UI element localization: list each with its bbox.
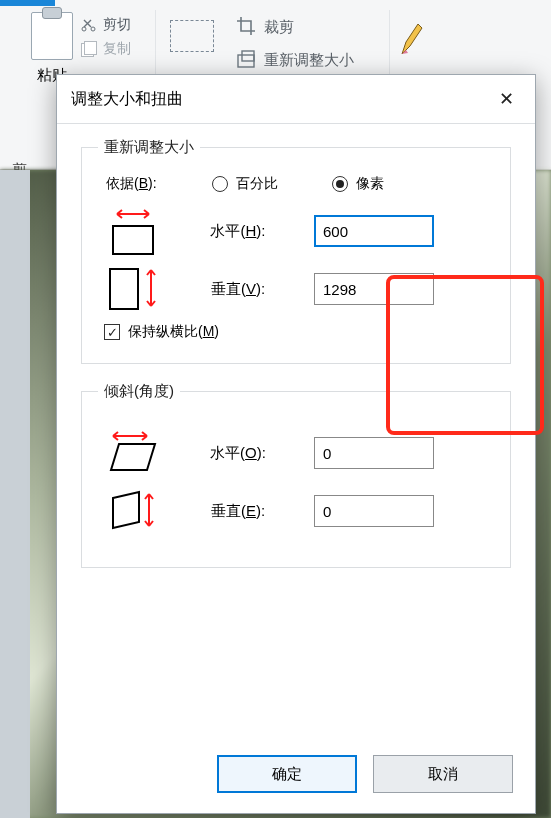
skew-horizontal-input[interactable] (314, 437, 434, 469)
crop-label: 裁剪 (264, 18, 294, 37)
svg-point-1 (91, 27, 95, 31)
ribbon-active-tab-indicator (0, 0, 55, 6)
crop-icon (236, 16, 256, 39)
keep-aspect-checkbox[interactable] (104, 324, 120, 340)
skew-horizontal-illustration (104, 430, 162, 477)
radio-circle-icon (212, 176, 228, 192)
canvas-edge (0, 170, 30, 818)
cancel-button[interactable]: 取消 (373, 755, 513, 793)
radio-pixels[interactable]: 像素 (332, 175, 384, 193)
h-arrow-icon (114, 207, 152, 223)
radio-pixels-label: 像素 (356, 175, 384, 193)
resize-label: 重新调整大小 (264, 51, 354, 70)
dialog-title: 调整大小和扭曲 (71, 89, 183, 110)
resize-button[interactable]: 重新调整大小 (236, 49, 354, 72)
resize-skew-dialog: 调整大小和扭曲 ✕ 重新调整大小 依据(B): 百分比 像素 (56, 74, 536, 814)
resize-vertical-label: 垂直(V): (178, 280, 298, 299)
basis-label: 依据(B): (106, 175, 188, 193)
svg-rect-3 (242, 51, 254, 61)
crop-button[interactable]: 裁剪 (236, 16, 354, 39)
cut-button[interactable]: 剪切 (81, 16, 131, 34)
keep-aspect-label: 保持纵横比(M) (128, 323, 219, 341)
resize-horizontal-input[interactable] (314, 215, 434, 247)
copy-button[interactable]: 复制 (81, 40, 131, 58)
svg-point-0 (82, 27, 86, 31)
resize-icon (236, 49, 256, 72)
clipboard-icon (31, 12, 73, 60)
resize-horizontal-label: 水平(H): (178, 222, 298, 241)
skew-horizontal-label: 水平(O): (178, 444, 298, 463)
dialog-titlebar[interactable]: 调整大小和扭曲 ✕ (57, 75, 535, 123)
close-icon: ✕ (499, 88, 514, 110)
skew-group: 倾斜(角度) 水平(O): (81, 382, 511, 568)
resize-group: 重新调整大小 依据(B): 百分比 像素 (81, 138, 511, 364)
close-button[interactable]: ✕ (487, 85, 525, 113)
resize-horizontal-illustration (104, 207, 162, 255)
v-arrow-icon (145, 267, 157, 312)
resize-vertical-illustration (104, 267, 162, 312)
radio-percent[interactable]: 百分比 (212, 175, 278, 193)
skew-vertical-label: 垂直(E): (178, 502, 298, 521)
skew-vertical-input[interactable] (314, 495, 434, 527)
radio-percent-label: 百分比 (236, 175, 278, 193)
resize-vertical-input[interactable] (314, 273, 434, 305)
select-button[interactable] (170, 12, 214, 52)
resize-legend: 重新调整大小 (98, 138, 200, 157)
radio-circle-icon (332, 176, 348, 192)
scissors-icon (81, 17, 97, 33)
copy-label: 复制 (103, 40, 131, 58)
ok-button[interactable]: 确定 (217, 755, 357, 793)
cut-label: 剪切 (103, 16, 131, 34)
skew-legend: 倾斜(角度) (98, 382, 180, 401)
selection-rect-icon (170, 20, 214, 52)
copy-icon (81, 41, 97, 57)
skew-vertical-illustration (104, 488, 162, 535)
pencil-tool[interactable] (398, 20, 424, 61)
